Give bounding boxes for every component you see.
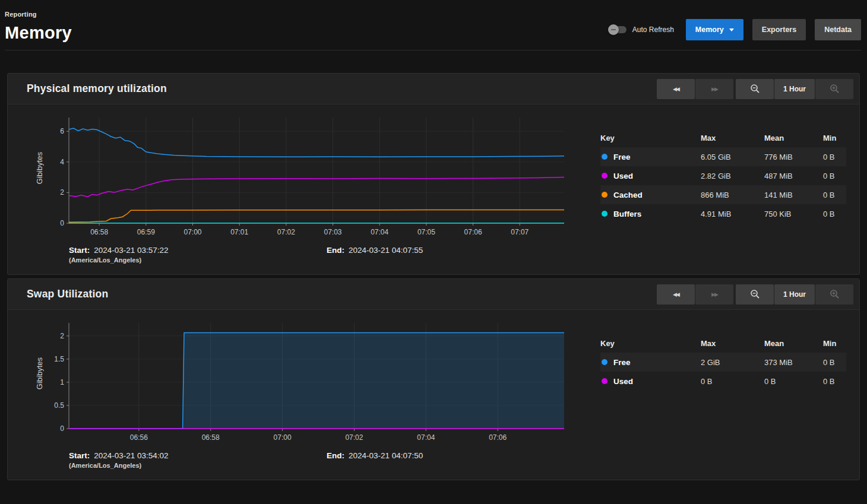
legend-header-max: Max — [701, 134, 764, 142]
chart-controls: ◀◀ ▶▶ 1 Hour — [657, 79, 853, 99]
end-block: End:2024-03-21 04:07:50 — [327, 451, 423, 469]
start-block: Start:2024-03-21 03:57:22 (America/Los_A… — [69, 246, 327, 264]
series-color-dot — [602, 192, 607, 198]
memory-dropdown-button[interactable]: Memory — [686, 19, 743, 40]
svg-text:07:00: 07:00 — [274, 433, 292, 442]
zoom-in-button[interactable] — [815, 284, 853, 305]
series-mean: 487 MiB — [764, 172, 823, 180]
series-mean: 750 KiB — [764, 210, 823, 218]
time-nav-group: ◀◀ ▶▶ — [657, 79, 733, 99]
swap-utilization-chart[interactable]: 00.511.5206:5606:5807:0007:0207:0407:06 — [45, 318, 568, 446]
chart-column: Gibibytes 024606:5806:5907:0007:0107:020… — [33, 113, 568, 264]
breadcrumb[interactable]: Reporting — [5, 11, 37, 18]
chart-footer: Start:2024-03-21 03:54:02 (America/Los_A… — [69, 451, 568, 469]
exporters-button[interactable]: Exporters — [752, 19, 806, 40]
zoom-out-button[interactable] — [736, 284, 774, 305]
zoom-group: 1 Hour — [736, 79, 853, 99]
legend-header-min: Min — [823, 134, 846, 142]
swap-panel-header: Swap Utilization ◀◀ ▶▶ 1 Hour — [8, 279, 859, 310]
svg-text:07:04: 07:04 — [371, 228, 388, 236]
step-back-button[interactable]: ◀◀ — [657, 79, 695, 99]
svg-text:06:58: 06:58 — [90, 228, 108, 236]
physical-memory-chart[interactable]: 024606:5806:5907:0007:0107:0207:0307:040… — [45, 113, 568, 241]
legend-table: Key Max Mean Min Free 2 GiB 373 MiB 0 B … — [600, 318, 852, 469]
legend-header-mean: Mean — [764, 339, 823, 348]
series-min: 0 B — [823, 191, 846, 199]
start-value: 2024-03-21 03:54:02 — [94, 451, 168, 460]
page-title: Memory — [5, 23, 72, 43]
top-bar: Reporting Memory Auto Refresh Memory Exp… — [0, 0, 867, 50]
svg-text:07:05: 07:05 — [417, 228, 435, 236]
svg-text:2: 2 — [60, 188, 64, 196]
start-block: Start:2024-03-21 03:54:02 (America/Los_A… — [69, 451, 327, 469]
series-name: Cached — [613, 191, 643, 199]
chevron-down-icon — [729, 28, 734, 31]
legend-header-mean: Mean — [764, 134, 823, 142]
legend-row-buffers: Buffers 4.91 MiB 750 KiB 0 B — [600, 204, 846, 223]
series-mean: 776 MiB — [764, 153, 823, 161]
header-controls: Auto Refresh Memory Exporters Netdata — [608, 19, 861, 40]
svg-text:07:06: 07:06 — [464, 228, 482, 236]
legend-header-row: Key Max Mean Min — [600, 334, 846, 353]
zoom-range-label: 1 Hour — [774, 284, 815, 305]
zoom-range-label: 1 Hour — [774, 79, 815, 99]
panels-container: Physical memory utilization ◀◀ ▶▶ 1 Hour — [0, 73, 867, 480]
series-mean: 141 MiB — [764, 191, 823, 199]
swap-panel-body: Gibibytes 00.511.5206:5606:5807:0007:020… — [8, 310, 859, 480]
svg-text:07:06: 07:06 — [489, 433, 507, 442]
series-max: 2 GiB — [701, 358, 764, 367]
physical-memory-panel-header: Physical memory utilization ◀◀ ▶▶ 1 Hour — [8, 74, 859, 104]
header-left: Reporting Memory — [5, 8, 72, 43]
svg-text:2: 2 — [60, 332, 64, 340]
svg-text:06:59: 06:59 — [137, 228, 155, 236]
zoom-in-button[interactable] — [815, 79, 853, 99]
zoom-out-button[interactable] — [736, 79, 774, 99]
svg-text:0.5: 0.5 — [54, 401, 64, 410]
svg-text:1.5: 1.5 — [54, 355, 64, 363]
auto-refresh-control: Auto Refresh — [608, 24, 674, 35]
end-value: 2024-03-21 04:07:55 — [349, 246, 423, 255]
series-max: 6.05 GiB — [701, 153, 764, 161]
auto-refresh-toggle[interactable] — [608, 24, 628, 35]
legend-header-min: Min — [823, 339, 846, 348]
start-label: Start: — [69, 246, 90, 255]
magnifier-minus-icon — [750, 84, 760, 94]
memory-dropdown-label: Memory — [695, 26, 724, 34]
svg-text:07:01: 07:01 — [230, 228, 248, 236]
svg-text:07:07: 07:07 — [511, 228, 529, 236]
series-min: 0 B — [823, 172, 846, 180]
step-forward-button[interactable]: ▶▶ — [695, 79, 733, 99]
series-color-dot — [602, 359, 607, 365]
svg-text:06:56: 06:56 — [130, 433, 148, 442]
chart-controls: ◀◀ ▶▶ 1 Hour — [657, 284, 853, 305]
panel-title: Physical memory utilization — [27, 83, 167, 95]
legend-table: Key Max Mean Min Free 6.05 GiB 776 MiB 0… — [600, 113, 852, 264]
y-axis-label: Gibibytes — [33, 113, 45, 241]
svg-text:07:03: 07:03 — [324, 228, 342, 236]
legend-header-key: Key — [600, 134, 701, 142]
toggle-knob — [608, 24, 619, 35]
series-color-dot — [602, 173, 607, 179]
magnifier-minus-icon — [750, 289, 760, 299]
series-color-dot — [602, 154, 607, 160]
series-min: 0 B — [823, 358, 846, 367]
series-color-dot — [602, 378, 607, 384]
start-value: 2024-03-21 03:57:22 — [94, 246, 168, 255]
step-forward-button[interactable]: ▶▶ — [695, 284, 733, 305]
chart-footer: Start:2024-03-21 03:57:22 (America/Los_A… — [69, 246, 568, 264]
step-back-button[interactable]: ◀◀ — [657, 284, 695, 305]
fast-forward-icon: ▶▶ — [711, 291, 717, 297]
series-name: Buffers — [613, 210, 641, 218]
auto-refresh-label: Auto Refresh — [632, 26, 674, 34]
netdata-button[interactable]: Netdata — [815, 19, 861, 40]
end-block: End:2024-03-21 04:07:55 — [327, 246, 423, 264]
series-color-dot — [602, 211, 607, 217]
series-min: 0 B — [823, 153, 846, 161]
series-min: 0 B — [823, 377, 846, 386]
svg-text:07:04: 07:04 — [417, 433, 435, 442]
series-max: 4.91 MiB — [701, 210, 764, 218]
svg-text:07:00: 07:00 — [183, 228, 201, 236]
svg-text:4: 4 — [60, 158, 64, 166]
svg-text:6: 6 — [60, 127, 64, 135]
y-axis-label: Gibibytes — [33, 318, 45, 446]
